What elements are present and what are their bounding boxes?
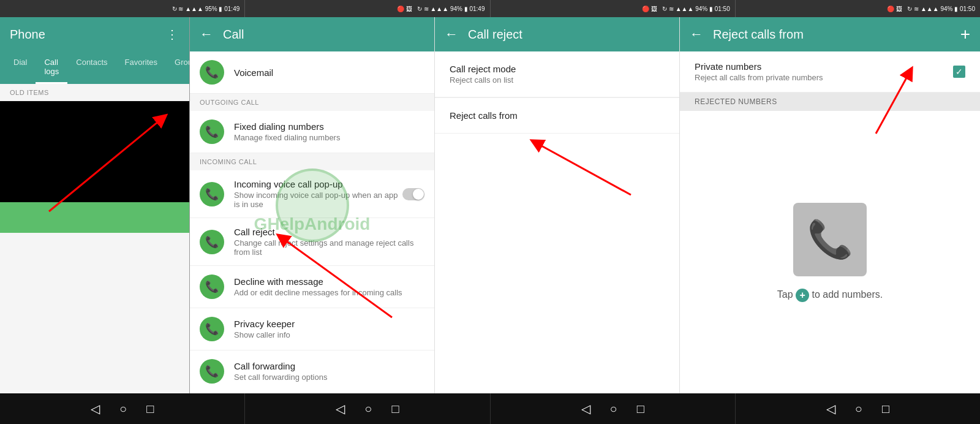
decline-message-icon: 📞	[200, 274, 224, 299]
more-options-icon[interactable]: ⋮	[165, 27, 179, 42]
decline-message-label: Decline with message	[234, 276, 424, 287]
call-title: Call	[223, 28, 424, 42]
rejected-numbers-section: REJECTED NUMBERS	[680, 93, 980, 111]
recents-nav-icon-3[interactable]: □	[637, 402, 644, 416]
privacy-keeper-item[interactable]: 📞 Privacy keeper Show caller info	[190, 308, 434, 350]
call-header: ← Call	[190, 17, 434, 51]
call-reject-back-arrow[interactable]: ←	[445, 26, 458, 42]
status-bar: ↻ ≋ ▲▲▲ 95% ▮ 01:49 🔴 🖼 ↻ ≋ ▲▲▲ 94% ▮ 01…	[0, 0, 980, 17]
fixed-dialing-phone-icon: 📞	[200, 119, 224, 144]
call-forwarding-item[interactable]: 📞 Call forwarding Set call forwarding op…	[190, 350, 434, 393]
empty-state-text: Tap + to add numbers.	[777, 289, 883, 302]
tap-label: Tap	[777, 289, 796, 300]
home-nav-icon-1[interactable]: ○	[119, 402, 127, 416]
call-reject-mode-item[interactable]: Call reject mode Reject calls on list	[435, 51, 679, 97]
empty-state-icon: 📞	[793, 203, 867, 276]
nav-segment-3: ◁ ○ □	[491, 393, 736, 424]
call-reject-mode-label: Call reject mode	[450, 64, 665, 74]
decline-message-item[interactable]: 📞 Decline with message Add or edit decli…	[190, 266, 434, 308]
private-numbers-item[interactable]: Private numbers Reject all calls from pr…	[680, 51, 980, 93]
voicemail-icon: 📞	[200, 60, 224, 85]
recents-nav-icon-2[interactable]: □	[391, 402, 399, 416]
status-segment-4: 🔴 🖼 ↻ ≋ ▲▲▲ 94% ▮ 01:50	[736, 0, 980, 17]
panel-call-reject: ← Call reject Call reject mode Reject ca…	[435, 17, 680, 393]
call-reject-mode-subtitle: Reject calls on list	[450, 75, 665, 85]
call-settings-body: 📞 Voicemail OUTGOING CALL 📞 Fixed dialin…	[190, 51, 434, 393]
back-nav-icon-2[interactable]: ◁	[336, 401, 345, 416]
call-log-black-area	[0, 101, 189, 202]
nav-bar: ◁ ○ □ ◁ ○ □ ◁ ○ □ ◁ ○ □	[0, 393, 980, 424]
nav-buttons-2: ◁ ○ □	[245, 401, 489, 416]
panel-call: ← Call 📞 Voicemail OUTGOING CALL 📞	[190, 17, 435, 393]
nav-buttons-4: ◁ ○ □	[736, 401, 980, 416]
call-reject-text: Call reject Change call reject settings …	[234, 227, 424, 257]
private-numbers-checkbox[interactable]: ✓	[953, 66, 965, 78]
tab-contacts[interactable]: Contacts	[67, 51, 116, 84]
nav-segment-4: ◁ ○ □	[736, 393, 980, 424]
call-reject-title: Call reject	[468, 28, 669, 42]
nav-segment-1: ◁ ○ □	[0, 393, 245, 424]
privacy-keeper-text: Privacy keeper Show caller info	[234, 319, 424, 339]
incoming-popup-text: Incoming voice call pop-up Show incoming…	[234, 179, 402, 209]
tabs-bar: Dial Call logs Contacts Favorites Groups	[0, 51, 189, 84]
old-items-label: OLD ITEMS	[0, 84, 189, 101]
reject-calls-from-label: Reject calls from	[450, 110, 665, 121]
tab-groups[interactable]: Groups	[166, 51, 190, 84]
outgoing-call-section: OUTGOING CALL	[190, 94, 434, 111]
home-nav-icon-2[interactable]: ○	[364, 402, 372, 416]
incoming-popup-phone-icon: 📞	[200, 182, 224, 206]
add-number-button[interactable]: +	[960, 25, 970, 44]
incoming-popup-toggle[interactable]	[402, 188, 424, 200]
panel-reject-calls-from: ← Reject calls from + Private numbers Re…	[680, 17, 980, 393]
status-icons-3: 🔴 🖼 ↻ ≋ ▲▲▲ 94% ▮ 01:50	[642, 6, 730, 12]
call-reject-phone-icon: 📞	[200, 230, 224, 254]
reject-from-title: Reject calls from	[713, 28, 960, 42]
incoming-popup-item[interactable]: 📞 Incoming voice call pop-up Show incomi…	[190, 170, 434, 218]
fixed-dialing-item[interactable]: 📞 Fixed dialing numbers Manage fixed dia…	[190, 111, 434, 153]
call-forwarding-phone-icon: 📞	[200, 359, 224, 384]
home-nav-icon-4[interactable]: ○	[855, 402, 862, 416]
decline-message-text: Decline with message Add or edit decline…	[234, 276, 424, 297]
tab-dial[interactable]: Dial	[5, 51, 36, 84]
home-nav-icon-3[interactable]: ○	[610, 402, 617, 416]
tab-favorites[interactable]: Favorites	[116, 51, 166, 84]
privacy-keeper-icon: 📞	[200, 317, 224, 341]
fixed-dialing-icon: 📞	[200, 119, 224, 144]
call-reject-icon: 📞	[200, 230, 224, 254]
voicemail-item[interactable]: 📞 Voicemail	[190, 51, 434, 94]
nav-buttons-3: ◁ ○ □	[491, 401, 735, 416]
call-reject-item[interactable]: 📞 Call reject Change call reject setting…	[190, 218, 434, 266]
nav-buttons-1: ◁ ○ □	[0, 401, 244, 416]
voicemail-phone-icon: 📞	[200, 60, 224, 85]
status-segment-1: ↻ ≋ ▲▲▲ 95% ▮ 01:49	[0, 0, 245, 17]
decline-message-phone-icon: 📞	[200, 274, 224, 299]
back-nav-icon-4[interactable]: ◁	[826, 401, 835, 416]
privacy-keeper-label: Privacy keeper	[234, 319, 424, 329]
call-reject-mode-text: Call reject mode Reject calls on list	[450, 64, 665, 85]
reject-from-back-arrow[interactable]: ←	[690, 26, 703, 42]
tab-call-logs[interactable]: Call logs	[36, 51, 67, 84]
phone-title: Phone	[10, 28, 165, 42]
voicemail-text: Voicemail	[234, 67, 424, 78]
back-nav-icon-1[interactable]: ◁	[91, 401, 100, 416]
incoming-popup-subtitle: Show incoming voice call pop-up when an …	[234, 191, 402, 209]
call-reject-header: ← Call reject	[435, 17, 679, 51]
panel1-body	[0, 101, 189, 393]
empty-state: 📞 Tap + to add numbers.	[680, 111, 980, 393]
status-segment-2: 🔴 🖼 ↻ ≋ ▲▲▲ 94% ▮ 01:49	[245, 0, 490, 17]
decline-message-subtitle: Add or edit decline messages for incomin…	[234, 288, 424, 297]
reject-from-header: ← Reject calls from +	[680, 17, 980, 51]
incoming-popup-label: Incoming voice call pop-up	[234, 179, 402, 189]
recents-nav-icon-4[interactable]: □	[882, 402, 889, 416]
fixed-dialing-label: Fixed dialing numbers	[234, 121, 424, 132]
panel-phone: Phone ⋮ Dial Call logs Contacts Favorite…	[0, 17, 190, 393]
call-reject-subtitle: Change call reject settings and manage r…	[234, 238, 424, 257]
recents-nav-icon-1[interactable]: □	[146, 402, 154, 416]
privacy-keeper-phone-icon: 📞	[200, 317, 224, 341]
call-back-arrow[interactable]: ←	[200, 26, 213, 42]
reject-calls-from-item[interactable]: Reject calls from	[435, 98, 679, 134]
back-nav-icon-3[interactable]: ◁	[581, 401, 590, 416]
phone-header: Phone ⋮	[0, 17, 189, 51]
call-reject-label: Call reject	[234, 227, 424, 237]
status-icons-1: ↻ ≋ ▲▲▲ 95% ▮ 01:49	[172, 6, 240, 12]
